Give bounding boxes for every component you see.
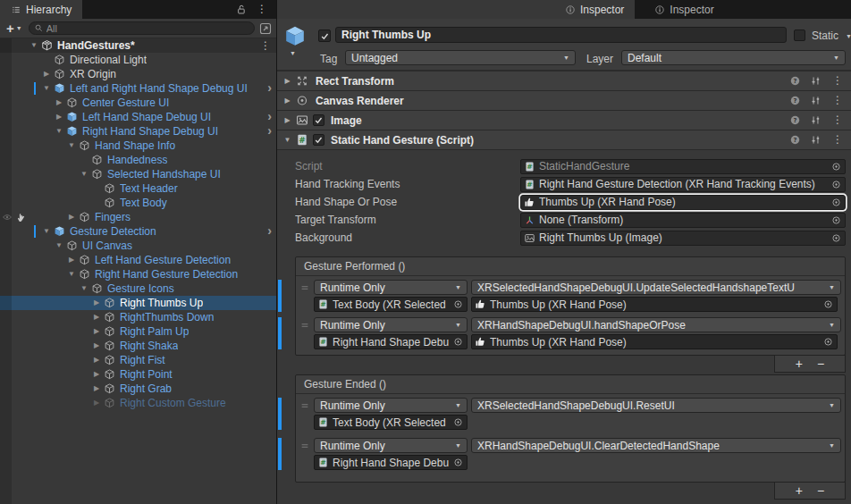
foldout-collapsed-icon[interactable]: ▶: [41, 67, 52, 81]
event-target-object-field[interactable]: #Text Body (XR Selected: [314, 297, 468, 312]
event-method-dropdown[interactable]: XRHandShapeDebugUI.ClearDetectedHandShap…: [471, 438, 841, 453]
event-mode-dropdown[interactable]: Runtime Only▼: [314, 280, 468, 295]
remove-event-button[interactable]: −: [817, 357, 824, 370]
foldout-collapsed-icon[interactable]: ▶: [91, 382, 102, 396]
hierarchy-item-ui-canvas[interactable]: ▼UI Canvas: [0, 239, 276, 253]
foldout-collapsed-icon[interactable]: ▶: [54, 110, 64, 124]
event-mode-dropdown[interactable]: Runtime Only▼: [314, 398, 468, 413]
event-method-dropdown[interactable]: XRHandShapeDebugUI.handShapeOrPose▼: [471, 317, 841, 332]
open-search-window-icon[interactable]: [258, 21, 273, 36]
add-event-button[interactable]: +: [796, 484, 803, 497]
object-field-target-transform[interactable]: None (Transform): [520, 213, 846, 228]
object-field-hand-shape-or-pose[interactable]: Thumbs Up (XR Hand Pose): [520, 195, 846, 210]
foldout-expanded-icon[interactable]: ▼: [282, 136, 293, 144]
component-enabled-checkbox[interactable]: [313, 114, 324, 126]
icon-dropdown-caret[interactable]: ▼: [290, 50, 296, 56]
panel-divider[interactable]: [276, 0, 277, 504]
tag-dropdown[interactable]: Untagged ▼: [345, 50, 576, 65]
foldout-expanded-icon[interactable]: ▼: [66, 267, 77, 281]
presets-icon[interactable]: [810, 75, 822, 87]
hierarchy-item-right-palm-up[interactable]: ▶Right Palm Up: [0, 324, 276, 339]
help-icon[interactable]: ?: [789, 75, 801, 87]
hierarchy-item-xr-origin[interactable]: ▶XR Origin: [0, 67, 276, 81]
object-picker-icon[interactable]: [830, 179, 842, 190]
hierarchy-item-left-hand-gesture-detection[interactable]: ▶Left Hand Gesture Detection: [0, 253, 276, 267]
hierarchy-item-gesture-icons[interactable]: ▼Gesture Icons: [0, 281, 276, 296]
foldout-collapsed-icon[interactable]: ▶: [282, 116, 293, 124]
event-method-dropdown[interactable]: XRSelectedHandShapeDebugUI.ResetUI▼: [471, 398, 841, 413]
hierarchy-item-selected-handshape-ui[interactable]: ▼Selected Handshape UI: [0, 167, 276, 181]
tab-inspector-1[interactable]: Inspector: [554, 0, 635, 19]
foldout-collapsed-icon[interactable]: ▶: [91, 396, 102, 410]
add-event-button[interactable]: +: [796, 357, 803, 370]
event-method-dropdown[interactable]: XRSelectedHandShapeDebugUI.UpdateSelecte…: [471, 280, 841, 295]
object-field-script[interactable]: #StaticHandGesture: [520, 159, 846, 174]
hierarchy-item-fingers[interactable]: ▶Fingers: [0, 210, 276, 224]
object-picker-icon[interactable]: [830, 214, 842, 226]
hierarchy-item-right-thumbs-up[interactable]: ▶Right Thumbs Up: [0, 296, 276, 310]
object-picker-icon[interactable]: [452, 457, 464, 468]
object-picker-icon[interactable]: [452, 298, 464, 310]
gameobject-name-field[interactable]: [335, 27, 787, 43]
hierarchy-item-text-body[interactable]: Text Body: [0, 196, 276, 210]
component-header-image[interactable]: ▶Image?⋮: [277, 111, 851, 130]
component-header-canvas-renderer[interactable]: ▶Canvas Renderer?⋮: [277, 91, 851, 111]
foldout-expanded-icon[interactable]: ▼: [41, 81, 52, 96]
hierarchy-search-input[interactable]: [46, 23, 249, 34]
hierarchy-item-hand-shape-info[interactable]: ▼Hand Shape Info: [0, 139, 276, 153]
foldout-collapsed-icon[interactable]: ▶: [66, 210, 77, 224]
prefab-open-chevron-icon[interactable]: ›: [267, 124, 272, 138]
foldout-expanded-icon[interactable]: ▼: [41, 224, 52, 239]
component-enabled-checkbox[interactable]: [313, 134, 324, 146]
tab-inspector-2[interactable]: Inspector: [644, 0, 724, 19]
event-mode-dropdown[interactable]: Runtime Only▼: [314, 438, 468, 453]
foldout-collapsed-icon[interactable]: ▶: [91, 296, 102, 310]
hierarchy-item-rightthumbs-down[interactable]: ▶RightThumbs Down: [0, 310, 276, 324]
hierarchy-item-gesture-detection[interactable]: ▼Gesture Detection›: [0, 224, 276, 239]
object-picker-icon[interactable]: [830, 161, 842, 172]
event-target-object-field[interactable]: #Right Hand Shape Debu: [314, 455, 468, 470]
hierarchy-item-right-fist[interactable]: ▶Right Fist: [0, 353, 276, 367]
drag-handle-icon[interactable]: [299, 399, 310, 412]
hierarchy-item-left-hand-shape-debug-ui[interactable]: ▶Left Hand Shape Debug UI›: [0, 110, 276, 124]
scene-menu-icon[interactable]: ⋮: [260, 38, 271, 53]
component-menu-icon[interactable]: ⋮: [830, 71, 845, 90]
event-argument-object-field[interactable]: Thumbs Up (XR Hand Pose): [471, 334, 838, 349]
foldout-expanded-icon[interactable]: ▼: [29, 38, 39, 53]
object-picker-icon[interactable]: [822, 298, 834, 310]
foldout-collapsed-icon[interactable]: ▶: [282, 77, 293, 85]
help-icon[interactable]: ?: [789, 134, 801, 146]
hierarchy-item-directional-light[interactable]: Directional Light: [0, 53, 276, 67]
hierarchy-item-center-gesture-ui[interactable]: ▶Center Gesture UI: [0, 96, 276, 110]
object-field-hand-tracking-events[interactable]: #Right Hand Gesture Detection (XR Hand T…: [520, 177, 846, 192]
hierarchy-item-right-hand-gesture-detection[interactable]: ▼Right Hand Gesture Detection: [0, 267, 276, 281]
presets-icon[interactable]: [810, 134, 822, 146]
foldout-expanded-icon[interactable]: ▼: [54, 124, 64, 139]
pickability-hand-icon[interactable]: [15, 211, 27, 223]
drag-handle-icon[interactable]: [299, 319, 310, 332]
object-picker-icon[interactable]: [452, 416, 464, 428]
foldout-expanded-icon[interactable]: ▼: [79, 281, 89, 296]
component-header-static-hand-gesture-script[interactable]: ▼#Static Hand Gesture (Script)?⋮: [277, 130, 851, 150]
foldout-collapsed-icon[interactable]: ▶: [91, 367, 102, 382]
foldout-collapsed-icon[interactable]: ▶: [91, 324, 102, 339]
component-menu-icon[interactable]: ⋮: [830, 111, 845, 130]
prefab-open-chevron-icon[interactable]: ›: [267, 110, 272, 123]
hierarchy-item-right-custom-gesture[interactable]: ▶Right Custom Gesture: [0, 396, 276, 410]
component-menu-icon[interactable]: ⋮: [830, 91, 845, 110]
foldout-collapsed-icon[interactable]: ▶: [66, 253, 77, 267]
object-field-background[interactable]: Right Thumbs Up (Image): [520, 231, 846, 246]
component-menu-icon[interactable]: ⋮: [830, 130, 845, 149]
gameobject-active-checkbox[interactable]: [318, 29, 331, 42]
presets-icon[interactable]: [810, 95, 822, 106]
drag-handle-icon[interactable]: [299, 281, 310, 294]
foldout-expanded-icon[interactable]: ▼: [79, 167, 89, 181]
object-picker-icon[interactable]: [822, 336, 834, 348]
hierarchy-item-right-shaka[interactable]: ▶Right Shaka: [0, 339, 276, 353]
hierarchy-item-right-grab[interactable]: ▶Right Grab: [0, 382, 276, 396]
prefab-open-chevron-icon[interactable]: ›: [267, 224, 272, 238]
drag-handle-icon[interactable]: [299, 440, 310, 452]
presets-icon[interactable]: [810, 114, 822, 126]
hierarchy-item-handedness[interactable]: Handedness: [0, 153, 276, 167]
component-header-rect-transform[interactable]: ▶Rect Transform?⋮: [277, 71, 851, 91]
